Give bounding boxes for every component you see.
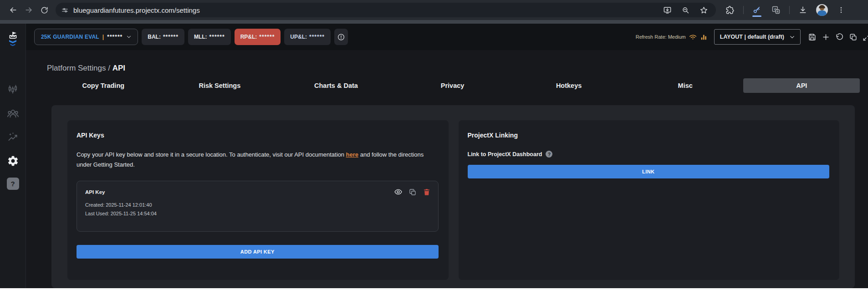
duplicate-layout-button[interactable]	[846, 30, 860, 44]
page-bottom-gap	[0, 288, 868, 295]
projectx-linking-title: ProjectX Linking	[468, 132, 830, 139]
chevron-down-icon	[126, 34, 132, 40]
extensions-button[interactable]	[722, 2, 738, 18]
browser-toolbar: blueguardianfutures.projectx.com/setting…	[0, 0, 868, 20]
plus-icon	[822, 33, 830, 41]
settings-tabs: Copy Trading Risk Settings Charts & Data…	[45, 78, 860, 93]
balance-chip: BAL: ******	[142, 29, 184, 45]
reset-layout-button[interactable]	[832, 30, 846, 44]
tab-charts-data[interactable]: Charts & Data	[278, 78, 394, 93]
rpl-value: ******	[259, 34, 275, 40]
account-info-button[interactable]	[334, 29, 348, 45]
api-key-created: Created: 2025-11-24 12:01:40	[85, 202, 431, 208]
sidebar: ?	[0, 24, 26, 288]
api-keys-description: Copy your API key below and store it in …	[77, 150, 432, 170]
breadcrumb-section: Platform Settings	[47, 64, 106, 72]
header-right-cluster: Refresh Rate: Medium LAYOUT | default (d…	[636, 29, 868, 45]
reveal-key-eye-icon[interactable]	[394, 188, 403, 196]
app-logo[interactable]	[5, 31, 20, 50]
projectx-linking-card: ProjectX Linking Link to ProjectX Dashbo…	[459, 120, 840, 280]
tab-privacy[interactable]: Privacy	[394, 78, 511, 93]
account-selector[interactable]: 25K GUARDIAN EVAL | ******	[34, 29, 138, 45]
bookmark-button[interactable]	[696, 2, 711, 18]
delete-key-trash-icon[interactable]	[423, 188, 431, 196]
description-text: Copy your API key below and store it in …	[77, 151, 346, 158]
password-manager-active-indicator	[752, 15, 761, 17]
download-icon	[798, 5, 807, 15]
tab-risk-settings[interactable]: Risk Settings	[162, 78, 278, 93]
api-key-label: API Key	[85, 189, 105, 195]
browser-menu-button[interactable]	[833, 2, 849, 18]
tab-misc[interactable]: Misc	[627, 78, 744, 93]
copy-key-icon[interactable]	[408, 188, 417, 196]
password-manager-button[interactable]	[749, 2, 765, 18]
key-icon	[752, 5, 761, 15]
help-circle-icon[interactable]: ?	[546, 151, 552, 158]
add-api-key-button[interactable]: ADD API KEY	[77, 245, 439, 259]
gear-icon	[7, 155, 19, 167]
save-layout-button[interactable]	[805, 30, 819, 44]
mll-chip: MLL: ******	[188, 29, 231, 45]
signal-bars-icon	[700, 33, 708, 41]
expand-layout-button[interactable]	[860, 30, 868, 44]
three-dot-menu-icon	[837, 6, 845, 14]
api-key-entry: API Key Crea	[77, 181, 439, 232]
install-app-button[interactable]	[659, 2, 675, 18]
translate-icon: G	[771, 5, 781, 15]
candlestick-chart-icon	[7, 84, 19, 96]
info-circle-icon	[337, 33, 345, 41]
api-key-actions	[394, 188, 431, 196]
expand-icon	[863, 33, 868, 41]
main-area: 25K GUARDIAN EVAL | ****** BAL: ****** M…	[26, 24, 868, 288]
reload-button[interactable]	[36, 2, 52, 18]
toolbar-separator	[743, 6, 744, 14]
url-text[interactable]: blueguardianfutures.projectx.com/setting…	[73, 6, 659, 14]
tab-hotkeys[interactable]: Hotkeys	[511, 78, 627, 93]
chevron-down-icon	[789, 34, 796, 41]
balance-label: BAL:	[148, 34, 161, 40]
site-settings-icon[interactable]	[61, 6, 69, 14]
floppy-save-icon	[808, 33, 817, 41]
tab-api[interactable]: API	[743, 78, 860, 93]
sidebar-item-community[interactable]	[6, 107, 20, 120]
sidebar-item-help[interactable]: ?	[7, 178, 19, 190]
upl-chip: UP&L: ******	[284, 29, 331, 45]
url-bar[interactable]: blueguardianfutures.projectx.com/setting…	[56, 3, 716, 17]
account-name: 25K GUARDIAN EVAL	[41, 34, 99, 40]
profile-button[interactable]	[814, 2, 830, 18]
downloads-button[interactable]	[795, 2, 811, 18]
upl-value: ******	[309, 34, 325, 40]
refresh-rate-indicator: Refresh Rate: Medium	[636, 33, 708, 41]
sparkle-trend-icon	[7, 131, 19, 143]
zoom-out-icon	[681, 6, 690, 15]
translate-button[interactable]: G	[768, 2, 784, 18]
account-masked-value: ******	[107, 34, 123, 40]
forward-button[interactable]	[21, 2, 36, 18]
star-icon	[700, 6, 708, 15]
mll-label: MLL:	[194, 34, 207, 40]
zoom-button[interactable]	[678, 2, 693, 18]
help-question-icon: ?	[10, 180, 15, 188]
screen: blueguardianfutures.projectx.com/setting…	[0, 0, 868, 295]
avatar	[816, 4, 828, 16]
api-docs-link[interactable]: here	[346, 151, 358, 158]
breadcrumb-current: API	[112, 64, 125, 72]
add-layout-button[interactable]	[819, 30, 832, 44]
api-settings-panel: API Keys Copy your API key below and sto…	[51, 105, 855, 288]
toolbar-separator	[789, 6, 790, 14]
layout-selector-label: LAYOUT | default (draft)	[720, 34, 784, 40]
layout-selector[interactable]: LAYOUT | default (draft)	[714, 29, 801, 45]
breadcrumb: Platform Settings / API	[47, 64, 868, 73]
reload-icon	[40, 6, 49, 15]
projectx-link-button[interactable]: LINK	[468, 165, 830, 178]
install-monitor-icon	[663, 6, 672, 15]
puzzle-icon	[725, 5, 735, 15]
sidebar-item-trading[interactable]	[6, 83, 20, 97]
mll-value: ******	[209, 34, 225, 40]
back-button[interactable]	[5, 2, 21, 18]
toolbar-divider	[0, 20, 868, 24]
sidebar-item-performance[interactable]	[6, 130, 20, 144]
tab-copy-trading[interactable]: Copy Trading	[45, 78, 162, 93]
sidebar-item-settings[interactable]	[6, 154, 20, 168]
breadcrumb-separator: /	[106, 64, 112, 72]
